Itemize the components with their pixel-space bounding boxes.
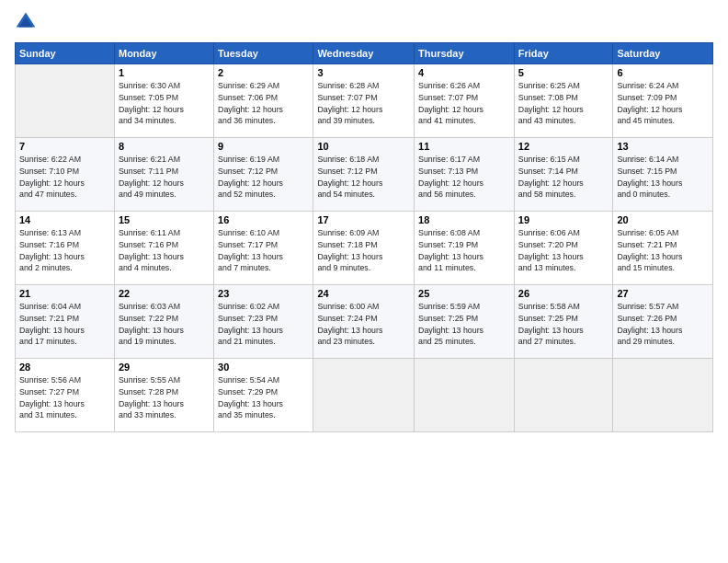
day-number: 19 xyxy=(518,214,609,225)
day-info: Sunrise: 6:03 AMSunset: 7:22 PMDaylight:… xyxy=(119,301,210,348)
calendar-cell: 18Sunrise: 6:08 AMSunset: 7:19 PMDayligh… xyxy=(415,212,515,285)
calendar-cell: 19Sunrise: 6:06 AMSunset: 7:20 PMDayligh… xyxy=(514,212,613,285)
calendar-cell: 15Sunrise: 6:11 AMSunset: 7:16 PMDayligh… xyxy=(114,212,213,285)
day-number: 15 xyxy=(119,214,210,225)
day-number: 17 xyxy=(317,214,410,225)
calendar-cell: 9Sunrise: 6:19 AMSunset: 7:12 PMDaylight… xyxy=(214,138,313,212)
day-number: 22 xyxy=(119,288,210,299)
day-number: 2 xyxy=(218,67,309,78)
calendar-cell: 3Sunrise: 6:28 AMSunset: 7:07 PMDaylight… xyxy=(313,64,415,138)
calendar-cell xyxy=(613,359,713,432)
day-number: 10 xyxy=(317,141,410,152)
calendar-cell: 26Sunrise: 5:58 AMSunset: 7:25 PMDayligh… xyxy=(514,285,613,359)
day-info: Sunrise: 6:19 AMSunset: 7:12 PMDaylight:… xyxy=(218,154,309,201)
col-header-wednesday: Wednesday xyxy=(313,43,415,64)
day-number: 18 xyxy=(418,214,510,225)
calendar-cell: 28Sunrise: 5:56 AMSunset: 7:27 PMDayligh… xyxy=(16,359,115,432)
header xyxy=(15,11,713,33)
calendar-cell: 17Sunrise: 6:09 AMSunset: 7:18 PMDayligh… xyxy=(313,212,415,285)
day-info: Sunrise: 6:00 AMSunset: 7:24 PMDaylight:… xyxy=(317,301,410,348)
day-number: 27 xyxy=(617,288,709,299)
calendar-cell xyxy=(514,359,613,432)
logo-icon xyxy=(15,11,37,33)
calendar-cell: 13Sunrise: 6:14 AMSunset: 7:15 PMDayligh… xyxy=(613,138,713,212)
calendar-cell: 10Sunrise: 6:18 AMSunset: 7:12 PMDayligh… xyxy=(313,138,415,212)
day-info: Sunrise: 5:58 AMSunset: 7:25 PMDaylight:… xyxy=(518,301,609,348)
day-info: Sunrise: 6:26 AMSunset: 7:07 PMDaylight:… xyxy=(418,80,510,127)
calendar-cell xyxy=(16,64,115,138)
day-number: 24 xyxy=(317,288,410,299)
col-header-thursday: Thursday xyxy=(415,43,515,64)
calendar-cell: 6Sunrise: 6:24 AMSunset: 7:09 PMDaylight… xyxy=(613,64,713,138)
col-header-sunday: Sunday xyxy=(16,43,115,64)
day-info: Sunrise: 6:17 AMSunset: 7:13 PMDaylight:… xyxy=(418,154,510,201)
calendar-cell: 20Sunrise: 6:05 AMSunset: 7:21 PMDayligh… xyxy=(613,212,713,285)
calendar-cell: 21Sunrise: 6:04 AMSunset: 7:21 PMDayligh… xyxy=(16,285,115,359)
page: SundayMondayTuesdayWednesdayThursdayFrid… xyxy=(0,0,728,563)
day-number: 6 xyxy=(617,67,709,78)
week-row-0: 1Sunrise: 6:30 AMSunset: 7:05 PMDaylight… xyxy=(16,64,713,138)
calendar-cell: 4Sunrise: 6:26 AMSunset: 7:07 PMDaylight… xyxy=(415,64,515,138)
day-info: Sunrise: 6:09 AMSunset: 7:18 PMDaylight:… xyxy=(317,227,410,274)
week-row-3: 21Sunrise: 6:04 AMSunset: 7:21 PMDayligh… xyxy=(16,285,713,359)
day-number: 3 xyxy=(317,67,410,78)
day-info: Sunrise: 6:28 AMSunset: 7:07 PMDaylight:… xyxy=(317,80,410,127)
day-number: 29 xyxy=(119,362,210,373)
day-number: 21 xyxy=(19,288,110,299)
calendar-cell: 25Sunrise: 5:59 AMSunset: 7:25 PMDayligh… xyxy=(415,285,515,359)
day-info: Sunrise: 5:57 AMSunset: 7:26 PMDaylight:… xyxy=(617,301,709,348)
day-number: 30 xyxy=(218,362,309,373)
calendar-cell: 24Sunrise: 6:00 AMSunset: 7:24 PMDayligh… xyxy=(313,285,415,359)
week-row-4: 28Sunrise: 5:56 AMSunset: 7:27 PMDayligh… xyxy=(16,359,713,432)
col-header-saturday: Saturday xyxy=(613,43,713,64)
day-info: Sunrise: 5:56 AMSunset: 7:27 PMDaylight:… xyxy=(19,374,110,421)
week-row-2: 14Sunrise: 6:13 AMSunset: 7:16 PMDayligh… xyxy=(16,212,713,285)
calendar-table: SundayMondayTuesdayWednesdayThursdayFrid… xyxy=(15,42,713,432)
day-info: Sunrise: 5:55 AMSunset: 7:28 PMDaylight:… xyxy=(119,374,210,421)
day-number: 16 xyxy=(218,214,309,225)
day-number: 20 xyxy=(617,214,709,225)
calendar-cell: 8Sunrise: 6:21 AMSunset: 7:11 PMDaylight… xyxy=(114,138,213,212)
day-number: 8 xyxy=(119,141,210,152)
day-number: 4 xyxy=(418,67,510,78)
day-number: 14 xyxy=(19,214,110,225)
day-number: 28 xyxy=(19,362,110,373)
day-number: 12 xyxy=(518,141,609,152)
day-info: Sunrise: 6:24 AMSunset: 7:09 PMDaylight:… xyxy=(617,80,709,127)
calendar-cell xyxy=(313,359,415,432)
calendar-cell: 23Sunrise: 6:02 AMSunset: 7:23 PMDayligh… xyxy=(214,285,313,359)
day-number: 26 xyxy=(518,288,609,299)
day-number: 1 xyxy=(119,67,210,78)
day-number: 23 xyxy=(218,288,309,299)
calendar-cell xyxy=(415,359,515,432)
calendar-cell: 11Sunrise: 6:17 AMSunset: 7:13 PMDayligh… xyxy=(415,138,515,212)
col-header-tuesday: Tuesday xyxy=(214,43,313,64)
day-info: Sunrise: 6:30 AMSunset: 7:05 PMDaylight:… xyxy=(119,80,210,127)
day-info: Sunrise: 6:13 AMSunset: 7:16 PMDaylight:… xyxy=(19,227,110,274)
day-info: Sunrise: 6:02 AMSunset: 7:23 PMDaylight:… xyxy=(218,301,309,348)
day-info: Sunrise: 6:06 AMSunset: 7:20 PMDaylight:… xyxy=(518,227,609,274)
day-number: 7 xyxy=(19,141,110,152)
day-number: 5 xyxy=(518,67,609,78)
week-row-1: 7Sunrise: 6:22 AMSunset: 7:10 PMDaylight… xyxy=(16,138,713,212)
day-info: Sunrise: 6:21 AMSunset: 7:11 PMDaylight:… xyxy=(119,154,210,201)
day-info: Sunrise: 5:54 AMSunset: 7:29 PMDaylight:… xyxy=(218,374,309,421)
col-header-friday: Friday xyxy=(514,43,613,64)
header-row: SundayMondayTuesdayWednesdayThursdayFrid… xyxy=(16,43,713,64)
calendar-cell: 27Sunrise: 5:57 AMSunset: 7:26 PMDayligh… xyxy=(613,285,713,359)
day-info: Sunrise: 6:04 AMSunset: 7:21 PMDaylight:… xyxy=(19,301,110,348)
col-header-monday: Monday xyxy=(114,43,213,64)
calendar-cell: 2Sunrise: 6:29 AMSunset: 7:06 PMDaylight… xyxy=(214,64,313,138)
day-info: Sunrise: 5:59 AMSunset: 7:25 PMDaylight:… xyxy=(418,301,510,348)
day-number: 25 xyxy=(418,288,510,299)
calendar-cell: 16Sunrise: 6:10 AMSunset: 7:17 PMDayligh… xyxy=(214,212,313,285)
calendar-cell: 30Sunrise: 5:54 AMSunset: 7:29 PMDayligh… xyxy=(214,359,313,432)
calendar-cell: 1Sunrise: 6:30 AMSunset: 7:05 PMDaylight… xyxy=(114,64,213,138)
day-info: Sunrise: 6:11 AMSunset: 7:16 PMDaylight:… xyxy=(119,227,210,274)
day-info: Sunrise: 6:25 AMSunset: 7:08 PMDaylight:… xyxy=(518,80,609,127)
day-info: Sunrise: 6:08 AMSunset: 7:19 PMDaylight:… xyxy=(418,227,510,274)
day-number: 11 xyxy=(418,141,510,152)
day-info: Sunrise: 6:10 AMSunset: 7:17 PMDaylight:… xyxy=(218,227,309,274)
logo xyxy=(15,11,39,33)
day-info: Sunrise: 6:05 AMSunset: 7:21 PMDaylight:… xyxy=(617,227,709,274)
